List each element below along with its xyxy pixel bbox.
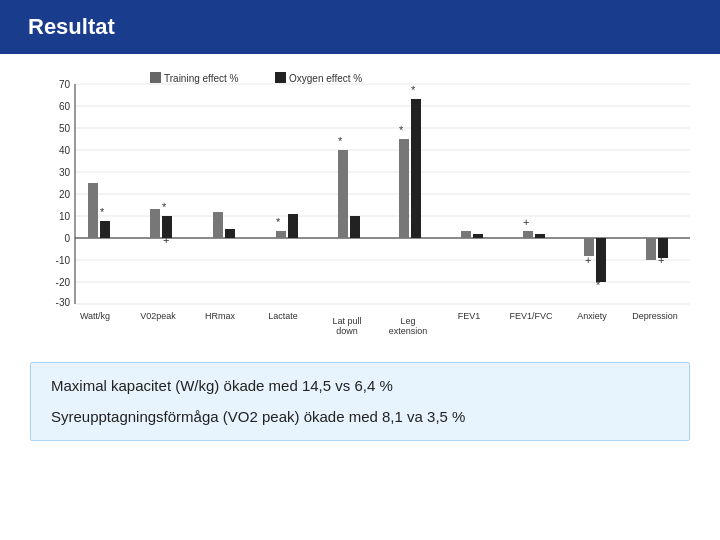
bar-hrmax-training — [213, 212, 223, 238]
svg-text:Leg: Leg — [400, 316, 415, 326]
svg-text:Lat pull: Lat pull — [332, 316, 361, 326]
svg-text:*: * — [100, 206, 105, 218]
bar-anxiety-oxygen — [596, 238, 606, 282]
bar-fev1fvc-oxygen — [535, 234, 545, 238]
svg-text:Watt/kg: Watt/kg — [80, 311, 110, 321]
legend-training-icon — [150, 72, 161, 83]
bar-vo2peak-training — [150, 209, 160, 238]
bar-latpull-training — [338, 150, 348, 238]
svg-text:50: 50 — [59, 123, 71, 134]
svg-text:40: 40 — [59, 145, 71, 156]
svg-text:70: 70 — [59, 79, 71, 90]
svg-text:down: down — [336, 326, 358, 336]
svg-text:-10: -10 — [56, 255, 71, 266]
svg-text:V02peak: V02peak — [140, 311, 176, 321]
bar-lactate-oxygen — [288, 214, 298, 238]
legend-oxygen-icon — [275, 72, 286, 83]
bar-wattkg-training — [88, 183, 98, 238]
svg-text:FEV1: FEV1 — [458, 311, 481, 321]
svg-text:+: + — [523, 216, 529, 228]
bar-wattkg-oxygen — [100, 221, 110, 238]
bar-legext-training — [399, 139, 409, 238]
svg-text:*: * — [411, 84, 416, 96]
bar-lactate-training — [276, 231, 286, 238]
svg-text:FEV1/FVC: FEV1/FVC — [509, 311, 553, 321]
svg-text:Anxiety: Anxiety — [577, 311, 607, 321]
svg-text:10: 10 — [59, 211, 71, 222]
svg-text:*: * — [276, 216, 281, 228]
legend-oxygen-label: Oxygen effect % — [289, 73, 362, 84]
bar-hrmax-oxygen — [225, 229, 235, 238]
bar-depression-training — [646, 238, 656, 260]
chart-svg: 70 60 50 40 30 20 10 0 -10 -20 -30 Train… — [20, 64, 700, 354]
info-line1: Maximal kapacitet (W/kg) ökade med 14,5 … — [51, 375, 669, 398]
svg-text:-20: -20 — [56, 277, 71, 288]
svg-text:+: + — [658, 254, 664, 266]
svg-text:+: + — [585, 254, 591, 266]
svg-text:-30: -30 — [56, 297, 71, 308]
svg-text:extension: extension — [389, 326, 428, 336]
chart-area: 70 60 50 40 30 20 10 0 -10 -20 -30 Train… — [20, 64, 700, 354]
svg-text:Depression: Depression — [632, 311, 678, 321]
legend-training-label: Training effect % — [164, 73, 239, 84]
svg-text:Lactate: Lactate — [268, 311, 298, 321]
svg-text:HRmax: HRmax — [205, 311, 236, 321]
bar-fev1-oxygen — [473, 234, 483, 238]
info-line2: Syreupptagningsförmåga (VO2 peak) ökade … — [51, 406, 669, 429]
svg-text:60: 60 — [59, 101, 71, 112]
svg-text:*: * — [338, 135, 343, 147]
main-content: 70 60 50 40 30 20 10 0 -10 -20 -30 Train… — [0, 54, 720, 451]
page-title: Resultat — [28, 14, 692, 40]
bar-legext-oxygen — [411, 99, 421, 238]
svg-text:+: + — [163, 234, 169, 246]
svg-text:20: 20 — [59, 189, 71, 200]
page-header: Resultat — [0, 0, 720, 54]
svg-text:30: 30 — [59, 167, 71, 178]
bar-fev1-training — [461, 231, 471, 238]
svg-text:0: 0 — [64, 233, 70, 244]
bar-latpull-oxygen — [350, 216, 360, 238]
svg-text:*: * — [596, 279, 601, 291]
info-box: Maximal kapacitet (W/kg) ökade med 14,5 … — [30, 362, 690, 441]
svg-text:*: * — [162, 201, 167, 213]
svg-text:*: * — [399, 124, 404, 136]
bar-fev1fvc-training — [523, 231, 533, 238]
